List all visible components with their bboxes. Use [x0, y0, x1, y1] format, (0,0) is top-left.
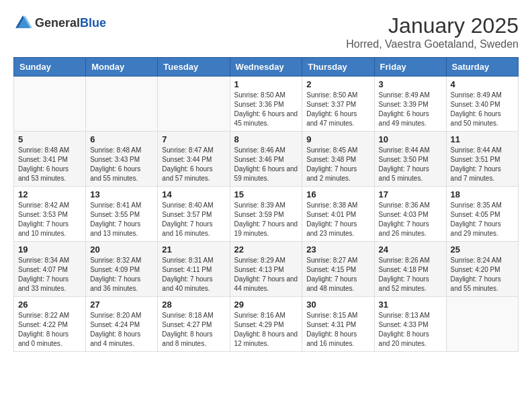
table-row: 5 Sunrise: 8:48 AMSunset: 3:41 PMDayligh…	[14, 132, 86, 187]
day-number: 12	[18, 189, 81, 199]
logo-general: General	[35, 16, 80, 30]
day-detail: Sunrise: 8:15 AMSunset: 4:31 PMDaylight:…	[306, 312, 357, 347]
day-detail: Sunrise: 8:39 AMSunset: 3:59 PMDaylight:…	[234, 201, 298, 237]
table-row: 22 Sunrise: 8:29 AMSunset: 4:13 PMDaylig…	[230, 242, 302, 297]
table-row: 29 Sunrise: 8:16 AMSunset: 4:29 PMDaylig…	[230, 297, 302, 352]
day-number: 30	[306, 300, 369, 310]
day-number: 3	[379, 79, 442, 89]
table-row: 3 Sunrise: 8:49 AMSunset: 3:39 PMDayligh…	[374, 77, 446, 132]
day-detail: Sunrise: 8:24 AMSunset: 4:20 PMDaylight:…	[451, 257, 502, 292]
day-detail: Sunrise: 8:47 AMSunset: 3:44 PMDaylight:…	[162, 146, 213, 182]
day-number: 27	[90, 300, 153, 310]
col-saturday: Saturday	[446, 58, 518, 77]
table-row: 6 Sunrise: 8:48 AMSunset: 3:43 PMDayligh…	[86, 132, 158, 187]
day-number: 19	[18, 244, 81, 255]
table-row: 9 Sunrise: 8:45 AMSunset: 3:48 PMDayligh…	[302, 132, 374, 187]
table-row: 13 Sunrise: 8:41 AMSunset: 3:55 PMDaylig…	[86, 187, 158, 242]
day-number: 26	[18, 300, 81, 310]
week-row-4: 19 Sunrise: 8:34 AMSunset: 4:07 PMDaylig…	[14, 242, 519, 297]
table-row: 21 Sunrise: 8:31 AMSunset: 4:11 PMDaylig…	[158, 242, 230, 297]
header: General Blue January 2025 Horred, Vaestr…	[13, 13, 519, 50]
day-number: 15	[234, 189, 298, 199]
table-row: 25 Sunrise: 8:24 AMSunset: 4:20 PMDaylig…	[446, 242, 518, 297]
day-detail: Sunrise: 8:46 AMSunset: 3:46 PMDaylight:…	[234, 146, 298, 182]
day-detail: Sunrise: 8:32 AMSunset: 4:09 PMDaylight:…	[90, 257, 141, 292]
week-row-3: 12 Sunrise: 8:42 AMSunset: 3:53 PMDaylig…	[14, 187, 519, 242]
title-section: January 2025 Horred, Vaestra Goetaland, …	[346, 13, 519, 50]
day-detail: Sunrise: 8:18 AMSunset: 4:27 PMDaylight:…	[162, 312, 213, 347]
logo-icon	[13, 13, 32, 32]
col-sunday: Sunday	[14, 58, 86, 77]
table-row: 4 Sunrise: 8:49 AMSunset: 3:40 PMDayligh…	[446, 77, 518, 132]
day-number: 20	[90, 244, 153, 255]
day-number: 17	[379, 189, 442, 199]
day-detail: Sunrise: 8:49 AMSunset: 3:39 PMDaylight:…	[379, 91, 430, 127]
table-row: 18 Sunrise: 8:35 AMSunset: 4:05 PMDaylig…	[446, 187, 518, 242]
day-detail: Sunrise: 8:34 AMSunset: 4:07 PMDaylight:…	[18, 257, 69, 292]
day-number: 1	[234, 79, 298, 89]
col-thursday: Thursday	[302, 58, 374, 77]
table-row: 19 Sunrise: 8:34 AMSunset: 4:07 PMDaylig…	[14, 242, 86, 297]
location-subtitle: Horred, Vaestra Goetaland, Sweden	[346, 38, 519, 50]
day-number: 31	[379, 300, 442, 310]
calendar-header-row: Sunday Monday Tuesday Wednesday Thursday…	[14, 58, 519, 77]
day-detail: Sunrise: 8:48 AMSunset: 3:43 PMDaylight:…	[90, 146, 141, 182]
col-tuesday: Tuesday	[158, 58, 230, 77]
day-detail: Sunrise: 8:50 AMSunset: 3:37 PMDaylight:…	[306, 91, 357, 127]
table-row: 7 Sunrise: 8:47 AMSunset: 3:44 PMDayligh…	[158, 132, 230, 187]
col-monday: Monday	[86, 58, 158, 77]
day-detail: Sunrise: 8:50 AMSunset: 3:36 PMDaylight:…	[234, 91, 298, 127]
day-detail: Sunrise: 8:16 AMSunset: 4:29 PMDaylight:…	[234, 312, 298, 347]
table-row: 23 Sunrise: 8:27 AMSunset: 4:15 PMDaylig…	[302, 242, 374, 297]
day-number: 23	[306, 244, 369, 255]
table-row: 8 Sunrise: 8:46 AMSunset: 3:46 PMDayligh…	[230, 132, 302, 187]
day-detail: Sunrise: 8:22 AMSunset: 4:22 PMDaylight:…	[18, 312, 69, 347]
day-detail: Sunrise: 8:26 AMSunset: 4:18 PMDaylight:…	[379, 257, 430, 292]
table-row: 20 Sunrise: 8:32 AMSunset: 4:09 PMDaylig…	[86, 242, 158, 297]
table-row: 11 Sunrise: 8:44 AMSunset: 3:51 PMDaylig…	[446, 132, 518, 187]
page-container: General Blue January 2025 Horred, Vaestr…	[13, 13, 519, 352]
table-row: 27 Sunrise: 8:20 AMSunset: 4:24 PMDaylig…	[86, 297, 158, 352]
day-detail: Sunrise: 8:44 AMSunset: 3:51 PMDaylight:…	[451, 146, 502, 182]
table-row: 1 Sunrise: 8:50 AMSunset: 3:36 PMDayligh…	[230, 77, 302, 132]
logo-blue: Blue	[80, 16, 106, 30]
day-detail: Sunrise: 8:27 AMSunset: 4:15 PMDaylight:…	[306, 257, 357, 292]
day-detail: Sunrise: 8:20 AMSunset: 4:24 PMDaylight:…	[90, 312, 141, 347]
table-row: 15 Sunrise: 8:39 AMSunset: 3:59 PMDaylig…	[230, 187, 302, 242]
table-row: 10 Sunrise: 8:44 AMSunset: 3:50 PMDaylig…	[374, 132, 446, 187]
day-number: 29	[234, 300, 298, 310]
calendar-table: Sunday Monday Tuesday Wednesday Thursday…	[13, 57, 519, 352]
table-row	[158, 77, 230, 132]
table-row: 30 Sunrise: 8:15 AMSunset: 4:31 PMDaylig…	[302, 297, 374, 352]
day-detail: Sunrise: 8:38 AMSunset: 4:01 PMDaylight:…	[306, 201, 357, 237]
day-number: 21	[162, 244, 225, 255]
day-detail: Sunrise: 8:42 AMSunset: 3:53 PMDaylight:…	[18, 201, 69, 237]
day-number: 16	[306, 189, 369, 199]
logo: General Blue	[13, 13, 106, 32]
day-detail: Sunrise: 8:29 AMSunset: 4:13 PMDaylight:…	[234, 257, 298, 292]
table-row	[446, 297, 518, 352]
day-number: 25	[451, 244, 514, 255]
day-detail: Sunrise: 8:44 AMSunset: 3:50 PMDaylight:…	[379, 146, 430, 182]
day-detail: Sunrise: 8:48 AMSunset: 3:41 PMDaylight:…	[18, 146, 69, 182]
day-number: 4	[451, 79, 514, 89]
day-detail: Sunrise: 8:31 AMSunset: 4:11 PMDaylight:…	[162, 257, 213, 292]
col-wednesday: Wednesday	[230, 58, 302, 77]
day-number: 10	[379, 134, 442, 144]
day-number: 2	[306, 79, 369, 89]
week-row-2: 5 Sunrise: 8:48 AMSunset: 3:41 PMDayligh…	[14, 132, 519, 187]
table-row: 2 Sunrise: 8:50 AMSunset: 3:37 PMDayligh…	[302, 77, 374, 132]
day-detail: Sunrise: 8:45 AMSunset: 3:48 PMDaylight:…	[306, 146, 357, 182]
day-number: 18	[451, 189, 514, 199]
day-detail: Sunrise: 8:36 AMSunset: 4:03 PMDaylight:…	[379, 201, 430, 237]
week-row-1: 1 Sunrise: 8:50 AMSunset: 3:36 PMDayligh…	[14, 77, 519, 132]
day-number: 22	[234, 244, 298, 255]
table-row: 12 Sunrise: 8:42 AMSunset: 3:53 PMDaylig…	[14, 187, 86, 242]
week-row-5: 26 Sunrise: 8:22 AMSunset: 4:22 PMDaylig…	[14, 297, 519, 352]
calendar-title: January 2025	[346, 13, 519, 38]
day-detail: Sunrise: 8:35 AMSunset: 4:05 PMDaylight:…	[451, 201, 502, 237]
table-row: 31 Sunrise: 8:13 AMSunset: 4:33 PMDaylig…	[374, 297, 446, 352]
day-number: 11	[451, 134, 514, 144]
day-number: 7	[162, 134, 225, 144]
day-number: 6	[90, 134, 153, 144]
